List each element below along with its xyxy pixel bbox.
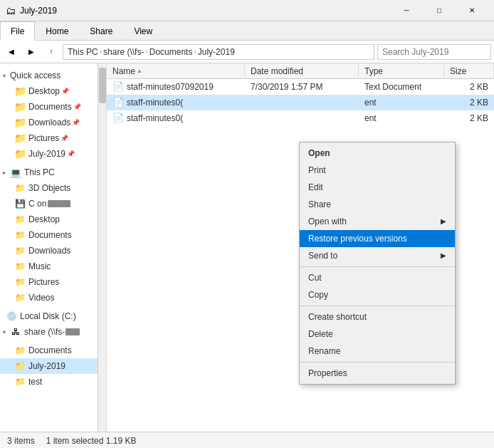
sidebar-quick-access[interactable]: ▾ Quick access <box>0 68 106 83</box>
sidebar-item-downloads-pc[interactable]: 📁 Downloads <box>0 243 106 259</box>
col-date-label: Date modified <box>251 63 303 79</box>
sidebar-item-localdisk[interactable]: 💿 Local Disk (C:) <box>0 308 106 324</box>
open-with-label: Open with <box>308 213 347 230</box>
address-path[interactable]: This PC › share (\\fs- › Documents › Jul… <box>63 44 374 60</box>
sidebar-item-july2019-net[interactable]: 📁 July-2019 <box>0 358 106 374</box>
pin-icon: 📌 <box>61 135 68 142</box>
tab-file[interactable]: File <box>0 21 35 41</box>
ctx-item-send-to[interactable]: Send to ▶ <box>300 247 455 264</box>
sidebar-test-label: test <box>28 377 42 387</box>
minimize-button[interactable]: ─ <box>390 0 423 21</box>
ctx-item-delete[interactable]: Delete <box>300 325 455 343</box>
breadcrumb-documents[interactable]: Documents <box>149 47 193 57</box>
file-icon: 📄 <box>112 81 124 93</box>
table-row[interactable]: 📄 staff-minutes0( ent 2 KB <box>107 110 494 126</box>
drive-icon: 💾 <box>14 198 26 209</box>
ctx-item-open-with[interactable]: Open with ▶ <box>300 213 455 230</box>
sidebar-item-desktop-pc[interactable]: 📁 Desktop <box>0 212 106 227</box>
folder-icon: 🗂 <box>6 5 16 16</box>
sidebar-documents-pc-label: Documents <box>28 230 72 240</box>
tab-share[interactable]: Share <box>79 21 123 40</box>
sidebar-item-desktop[interactable]: 📁 Desktop 📌 <box>0 83 106 99</box>
sidebar-item-con[interactable]: 💾 C on <box>0 196 106 212</box>
col-header-size[interactable]: Size <box>444 63 494 79</box>
file-name: staff-minutes0( <box>127 95 183 110</box>
file-area: Name ▲ Date modified Type Size 📄 staff-m… <box>107 63 494 432</box>
table-row[interactable]: 📄 staff-minutes07092019 7/30/2019 1:57 P… <box>107 79 494 95</box>
tab-view[interactable]: View <box>123 21 163 40</box>
folder-icon: 📁 <box>14 261 26 272</box>
maximize-button[interactable]: □ <box>423 0 456 21</box>
tab-home[interactable]: Home <box>35 21 79 40</box>
folder-icon: 📁 <box>14 214 26 225</box>
sidebar-downloads-label: Downloads <box>28 118 70 127</box>
col-type-label: Type <box>364 63 383 79</box>
sidebar-item-3dobjects[interactable]: 📁 3D Objects <box>0 180 106 196</box>
drives-section: 💿 Local Disk (C:) ▾ 🖧 share (\\fs- <box>0 307 106 341</box>
file-date-cell <box>245 110 359 126</box>
sidebar-item-documents-net[interactable]: 📁 Documents <box>0 343 106 358</box>
sidebar-item-test[interactable]: 📁 test <box>0 374 106 390</box>
back-button[interactable]: ◀ <box>3 43 20 61</box>
pc-icon: 💻 <box>10 167 21 178</box>
sidebar-item-share[interactable]: ▾ 🖧 share (\\fs- <box>0 324 106 340</box>
sidebar-scrollbar[interactable] <box>98 63 106 432</box>
ctx-item-rename[interactable]: Rename <box>300 343 455 360</box>
ctx-item-create-shortcut[interactable]: Create shortcut <box>300 308 455 325</box>
submenu-arrow-icon: ▶ <box>441 213 446 230</box>
submenu-arrow-icon: ▶ <box>441 247 446 264</box>
breadcrumb-july2019[interactable]: July-2019 <box>198 47 235 57</box>
sidebar-localdisk-label: Local Disk (C:) <box>20 311 76 321</box>
breadcrumb-thispc[interactable]: This PC <box>68 47 98 57</box>
sidebar-downloads-pc-label: Downloads <box>28 246 70 256</box>
breadcrumb-sep2: › <box>145 48 147 56</box>
pin-icon: 📌 <box>72 119 80 126</box>
ctx-item-edit[interactable]: Edit <box>300 179 455 196</box>
sidebar-videos-label: Videos <box>28 293 54 303</box>
ctx-item-properties[interactable]: Properties <box>300 365 455 382</box>
close-button[interactable]: ✕ <box>456 0 488 21</box>
sidebar-item-documents-pc[interactable]: 📁 Documents <box>0 227 106 243</box>
ctx-item-share[interactable]: Share <box>300 196 455 213</box>
sidebar-item-music[interactable]: 📁 Music <box>0 259 106 274</box>
context-menu: Open Print Edit Share Open with ▶ Restor… <box>299 142 456 385</box>
ctx-item-print[interactable]: Print <box>300 162 455 179</box>
network-section: 📁 Documents 📁 July-2019 📁 test <box>0 341 106 391</box>
file-icon: 📄 <box>112 113 124 124</box>
forward-button[interactable]: ▶ <box>23 43 40 61</box>
col-header-date[interactable]: Date modified <box>245 63 359 79</box>
sidebar-item-pictures-qa[interactable]: 📁 Pictures 📌 <box>0 130 106 146</box>
table-row[interactable]: 📄 staff-minutes0( ent 2 KB <box>107 95 494 110</box>
file-date-cell <box>245 95 359 110</box>
pin-icon: 📌 <box>73 103 81 110</box>
title-bar: 🗂 July-2019 ─ □ ✕ <box>0 0 494 21</box>
folder-icon: 📁 <box>14 85 26 97</box>
sidebar-this-pc[interactable]: ▸ 💻 This PC <box>0 165 106 180</box>
this-pc-label: This PC <box>24 167 55 177</box>
ctx-item-open[interactable]: Open <box>300 145 455 162</box>
file-name-cell: 📄 staff-minutes07092019 <box>107 79 245 95</box>
sidebar-item-july2019-qa[interactable]: 📁 July-2019 📌 <box>0 146 106 162</box>
ctx-divider <box>300 266 455 267</box>
ctx-item-cut[interactable]: Cut <box>300 269 455 286</box>
up-button[interactable]: ↑ <box>43 43 60 61</box>
sidebar-item-downloads-qa[interactable]: 📁 Downloads 📌 <box>0 115 106 130</box>
breadcrumb-share[interactable]: share (\\fs- <box>103 47 144 57</box>
search-input[interactable] <box>377 44 491 60</box>
sidebar-pictures-label: Pictures <box>28 133 59 143</box>
sidebar-item-videos[interactable]: 📁 Videos <box>0 290 106 306</box>
ctx-item-copy[interactable]: Copy <box>300 286 455 303</box>
folder-icon: 📁 <box>14 245 26 256</box>
col-header-name[interactable]: Name ▲ <box>107 63 245 79</box>
status-bar: 3 items 1 item selected 1.19 KB <box>0 432 494 448</box>
ctx-divider <box>300 306 455 306</box>
sidebar-item-documents-qa[interactable]: 📁 Documents 📌 <box>0 99 106 115</box>
network-drive-icon: 🖧 <box>10 326 21 338</box>
sidebar-desktop-label: Desktop <box>28 86 60 96</box>
ctx-item-restore-versions[interactable]: Restore previous versions <box>300 230 455 247</box>
sidebar-desktop-pc-label: Desktop <box>28 214 60 224</box>
quick-access-label: Quick access <box>10 71 61 80</box>
sidebar-july2019-label: July-2019 <box>28 149 65 159</box>
sidebar-item-pictures-pc[interactable]: 📁 Pictures <box>0 274 106 290</box>
col-header-type[interactable]: Type <box>359 63 444 79</box>
